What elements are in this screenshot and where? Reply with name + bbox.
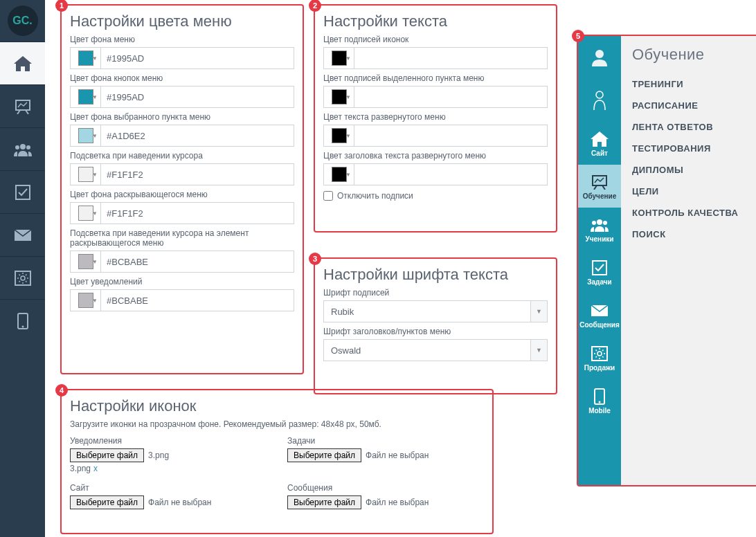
p1-field-4-swatch-picker[interactable]: ▼ <box>71 203 101 224</box>
chevron-down-icon: ▼ <box>92 55 98 62</box>
chevron-down-icon: ▼ <box>92 172 98 178</box>
mail-icon <box>15 230 31 241</box>
gear-box-icon <box>590 345 609 363</box>
p2-field-0-swatch-picker[interactable]: ▼ <box>324 48 354 69</box>
chevron-down-icon: ▼ <box>92 298 98 304</box>
nav-sales[interactable] <box>0 256 45 299</box>
p1-field-0-swatch-picker[interactable]: ▼ <box>71 48 101 69</box>
users-icon <box>14 143 32 156</box>
preview-sidebar-item-7[interactable]: Продажи <box>578 336 621 379</box>
svg-point-12 <box>595 50 604 58</box>
p1-field-3-input[interactable] <box>101 164 294 185</box>
p1-field-4-label: Цвет фона раскрывающегося меню <box>70 190 294 199</box>
preview-sidebar-item-5[interactable]: Задачи <box>578 251 621 293</box>
p1-field-1-swatch-picker[interactable]: ▼ <box>71 87 101 107</box>
p1-field-0-row: ▼ <box>70 47 294 69</box>
preview-sidebar-label-3: Обучение <box>583 192 617 200</box>
preview-menu-item-2[interactable]: ЛЕНТА ОТВЕТОВ <box>632 116 756 138</box>
nav-users[interactable] <box>0 127 45 170</box>
chevron-down-icon: ▼ <box>92 210 98 217</box>
p1-field-2-row: ▼ <box>70 125 294 147</box>
panel-menu-colors: 1 Настройки цвета меню Цвет фона меню ▼ … <box>60 4 304 374</box>
home-icon <box>14 56 32 71</box>
nav-board[interactable] <box>0 84 45 127</box>
p1-field-5-input[interactable] <box>101 251 294 272</box>
p1-field-2-swatch-picker[interactable]: ▼ <box>71 125 101 146</box>
p3-field-0-select[interactable]: Rubik <box>323 300 548 322</box>
preview-expand-title: Обучение <box>632 46 756 64</box>
preview-sidebar-item-1[interactable] <box>578 79 621 122</box>
p4-item-0-remove[interactable]: x <box>93 464 98 473</box>
p1-field-6-swatch-picker[interactable]: ▼ <box>71 290 101 311</box>
nav-home[interactable] <box>0 42 45 84</box>
disable-labels-checkbox[interactable] <box>323 191 333 201</box>
users-icon <box>590 216 609 234</box>
preview-sidebar-label-5: Задачи <box>587 278 611 286</box>
p1-field-1-input[interactable] <box>101 87 294 107</box>
p2-field-1-input[interactable] <box>354 87 547 107</box>
p1-field-3-label: Подсветка при наведении курсора <box>70 151 294 161</box>
p2-field-1-swatch-picker[interactable]: ▼ <box>324 87 354 107</box>
logo[interactable]: GC. <box>0 0 45 42</box>
p2-field-2-swatch-picker[interactable]: ▼ <box>324 125 354 146</box>
preview-sidebar-item-0[interactable] <box>578 36 621 79</box>
preview-sidebar-item-6[interactable]: Сообщения <box>578 293 621 336</box>
nav-messages[interactable] <box>0 213 45 256</box>
p1-field-6-row: ▼ <box>70 289 294 311</box>
p4-item-1-label: Задачи <box>287 436 484 446</box>
p1-field-2-input[interactable] <box>101 125 294 146</box>
color-swatch-icon <box>78 167 93 182</box>
nav-mobile[interactable] <box>0 299 45 342</box>
p1-field-0-input[interactable] <box>101 48 294 69</box>
check-icon <box>15 185 30 200</box>
phone-icon <box>590 388 609 406</box>
p4-item-2-file-button[interactable]: Выберите файл <box>70 495 144 509</box>
nav-tasks[interactable] <box>0 170 45 213</box>
preview-menu-item-7[interactable]: ПОИСК <box>632 224 756 245</box>
chevron-down-icon: ▼ <box>345 94 351 100</box>
panel-font-settings: 3 Настройки шрифта текста Шрифт подписей… <box>314 257 557 394</box>
chevron-down-icon: ▼ <box>92 133 98 139</box>
panel-badge-5: 5 <box>572 30 584 42</box>
preview-sidebar-item-2[interactable]: Сайт <box>578 122 621 165</box>
p4-item-0-filename: 3.pngx <box>70 464 267 473</box>
disable-labels-checkbox-row[interactable]: Отключить подписи <box>323 191 548 201</box>
p3-field-1-select[interactable]: Oswald <box>323 339 548 361</box>
preview-menu-item-4[interactable]: ДИПЛОМЫ <box>632 159 756 181</box>
preview-sidebar-item-8[interactable]: Mobile <box>578 379 621 422</box>
p4-item-3-file-button[interactable]: Выберите файл <box>287 495 361 509</box>
p1-field-5-swatch-picker[interactable]: ▼ <box>71 251 101 272</box>
p2-field-2-label: Цвет текста развернутого меню <box>323 112 548 122</box>
p1-field-2-label: Цвет фона выбранного пункта меню <box>70 112 294 122</box>
preview-menu-item-1[interactable]: РАСПИСАНИЕ <box>632 95 756 116</box>
p2-field-3-swatch-picker[interactable]: ▼ <box>324 164 354 185</box>
panel4-hint: Загрузите иконки на прозрачном фоне. Рек… <box>70 419 484 429</box>
p4-item-0-file-button[interactable]: Выберите файл <box>70 448 144 462</box>
preview-menu-item-3[interactable]: ТЕСТИРОВАНИЯ <box>632 138 756 159</box>
p1-field-6-input[interactable] <box>101 290 294 311</box>
p2-field-3-row: ▼ <box>323 163 548 185</box>
preview-sidebar-label-2: Сайт <box>591 149 608 157</box>
logo-text: GC. <box>8 6 38 36</box>
p4-item-2-status: Файл не выбран <box>148 498 211 507</box>
preview-menu-item-6[interactable]: КОНТРОЛЬ КАЧЕСТВА <box>632 202 756 224</box>
p2-field-0-input[interactable] <box>354 48 547 69</box>
p4-item-0-label: Уведомления <box>70 436 267 446</box>
color-swatch-icon <box>78 254 93 269</box>
preview-menu-item-0[interactable]: ТРЕНИНГИ <box>632 73 756 95</box>
p1-field-3-swatch-picker[interactable]: ▼ <box>71 164 101 185</box>
preview-sidebar-item-4[interactable]: Ученики <box>578 208 621 251</box>
panel-text-settings: 2 Настройки текста Цвет подписей иконок … <box>314 4 557 233</box>
panel-icon-settings: 4 Настройки иконок Загрузите иконки на п… <box>60 389 494 534</box>
color-swatch-icon <box>332 128 347 143</box>
preview-sidebar-item-3[interactable]: Обучение <box>578 165 621 208</box>
svg-point-3 <box>20 144 26 149</box>
p4-item-1-file-button[interactable]: Выберите файл <box>287 448 361 462</box>
left-sidebar: GC. <box>0 0 45 537</box>
p2-field-2-input[interactable] <box>354 125 547 146</box>
p2-field-3-input[interactable] <box>354 164 547 185</box>
svg-point-19 <box>603 221 607 225</box>
p1-field-4-input[interactable] <box>101 203 294 224</box>
preview-sidebar-label-7: Продажи <box>584 364 615 372</box>
preview-menu-item-5[interactable]: ЦЕЛИ <box>632 181 756 202</box>
